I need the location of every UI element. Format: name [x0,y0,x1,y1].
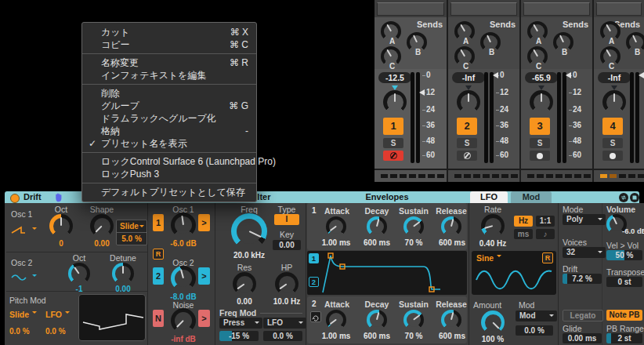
pb-range-value[interactable]: 2 st [606,333,642,343]
transpose-value[interactable]: 0 st [606,277,642,287]
drift-amount-value[interactable]: 7.2 % [563,274,602,284]
menu-item-group[interactable]: グループ⌘ G [82,100,256,112]
menu-item-edit-info-text[interactable]: インフォテキストを編集 [82,69,256,82]
osc1-oct-knob[interactable] [49,214,73,238]
filter-type-button[interactable]: I [274,214,299,225]
filter-hp-knob[interactable] [275,272,298,296]
menu-item-delete[interactable]: 削除 [82,87,256,100]
lfo-mod-source[interactable]: Mod [516,310,557,321]
lfo-retrigger-button[interactable]: R [542,252,553,263]
arm-button[interactable] [383,151,403,161]
filter-mod1-amount[interactable]: -15 % [219,331,259,341]
mode-select[interactable]: Poly [563,214,606,225]
lfo-hz-button[interactable]: Hz [514,216,533,227]
pitch-mod-amount1[interactable]: 0.0 % [9,327,30,336]
env2-decay-knob[interactable] [367,310,387,330]
velvol-value[interactable]: 50 % [606,250,642,260]
lfo-amount-knob[interactable] [481,310,505,334]
lfo-rate-value[interactable]: 0.40 Hz [472,239,514,248]
clip-slot[interactable] [450,2,517,16]
note-pb-button[interactable]: Note PB [606,310,642,321]
env1-decay-value[interactable]: 600 ms [360,238,393,247]
filter-freq-value[interactable]: 20.0 kHz [227,251,271,260]
mix-osc2-gain-knob[interactable] [171,266,196,291]
track-volume-value[interactable]: -Inf [598,72,631,83]
mix-noise-gain-value[interactable]: -inf dB [152,335,215,343]
envelope-display[interactable]: 1 2 [307,251,467,295]
env1-attack-knob[interactable] [326,216,346,237]
menu-item-lock-push-3[interactable]: ロックPush 3 [82,168,256,180]
env2-sustain-value[interactable]: 70 % [401,332,426,340]
env-display-tab-1[interactable]: 1 [309,253,319,263]
track-activator-button[interactable]: 4 [602,118,623,135]
menu-item-cut[interactable]: カット⌘ X [82,26,256,38]
track-volume-value[interactable]: -12.5 [378,72,411,83]
lfo-rate-knob[interactable] [481,214,505,238]
mix-noise-gain-knob[interactable] [171,308,196,333]
menu-item-show-preset-name[interactable]: ✓プリセット名を表示 [82,137,256,150]
mix-osc2-route-button[interactable]: > [198,267,210,285]
osc1-shape-value[interactable]: 0.00 [90,239,114,248]
voices-select[interactable]: 32 [563,247,606,258]
track-activator-button[interactable]: 1 [383,118,403,135]
filter-mod1-source[interactable]: Press [219,318,262,329]
lfo-sync-note-button[interactable]: ♪ [536,229,555,239]
volume-slider-handle[interactable] [563,72,571,78]
osc2-oct-knob[interactable] [68,263,90,285]
clip-slot[interactable] [377,2,444,16]
track-activator-button[interactable]: 3 [530,118,550,135]
lfo-ratio-button[interactable]: 1:1 [536,216,555,227]
tab-mod[interactable]: Mod [511,191,552,203]
pitch-mod-source1[interactable]: Slide [9,310,37,319]
menu-item-copy[interactable]: コピー⌘ C [82,38,256,51]
env1-sustain-value[interactable]: 70 % [401,238,426,247]
env2-sustain-knob[interactable] [403,310,424,330]
mix-noise-on-button[interactable]: N [153,310,164,327]
arm-button[interactable] [530,151,550,161]
track-volume-value[interactable]: -Inf [452,72,485,83]
filter-hp-value[interactable]: 10.0 Hz [270,297,304,306]
menu-item-fold[interactable]: 格納- [82,125,256,137]
solo-button[interactable]: S [602,138,623,148]
menu-item-rename[interactable]: 名称変更⌘ R [82,56,256,69]
mix-osc1-on-button[interactable]: 1 [153,214,164,231]
volume-slider-handle[interactable] [635,72,644,78]
env2-loop-button[interactable] [310,311,321,322]
filter-mod2-source[interactable]: LFO [263,318,306,329]
pan-knob[interactable] [383,90,407,114]
volume-slider-handle[interactable] [490,72,498,78]
clip-slot[interactable] [596,2,642,16]
pitch-mod-display[interactable] [78,294,146,341]
filter-freq-knob[interactable] [231,213,267,249]
pan-knob[interactable] [530,90,553,114]
clip-slot[interactable] [523,2,590,16]
menu-item-lock-control-surface-6[interactable]: ロックControl Surface 6 (Launchpad Pro) [82,155,256,168]
legato-button[interactable]: Legato [563,310,603,321]
track-volume-value[interactable]: -65.9 [525,72,558,83]
osc1-shape-knob[interactable] [90,214,114,238]
env1-release-value[interactable]: 600 ms [436,238,469,247]
mix-osc2-on-button[interactable]: 2 [153,267,164,285]
osc2-detune-value[interactable]: 0.00 [112,285,134,293]
device-activator[interactable] [10,194,20,203]
volume-slider-handle[interactable] [416,89,425,96]
env1-sustain-knob[interactable] [403,216,424,237]
lfo-ms-button[interactable]: ms [514,229,533,239]
arm-button[interactable] [457,151,477,161]
arm-button[interactable] [602,151,623,161]
mix-osc1-gain-value[interactable]: -6.0 dB [152,239,215,248]
env1-release-knob[interactable] [441,216,461,237]
pitch-mod-amount2[interactable]: 0.0 % [45,327,66,336]
mix-osc1-gain-knob[interactable] [171,212,196,238]
env2-decay-value[interactable]: 600 ms [360,332,393,340]
lfo-mod-amount[interactable]: 0.0 % [516,325,553,336]
filter-res-value[interactable]: 0.00 [233,297,256,306]
env2-release-knob[interactable] [441,310,461,330]
track-activator-button[interactable]: 2 [457,118,477,135]
mix-noise-route-button[interactable]: > [198,310,210,327]
filter-mod2-amount[interactable]: 0.0 % [263,331,302,341]
mix-osc1-route-button[interactable]: > [198,214,210,231]
filter-res-knob[interactable] [233,272,256,296]
menu-item-group-to-drum-rack[interactable]: ドラムラックへグループ化 [82,112,256,125]
pan-knob[interactable] [457,90,480,114]
